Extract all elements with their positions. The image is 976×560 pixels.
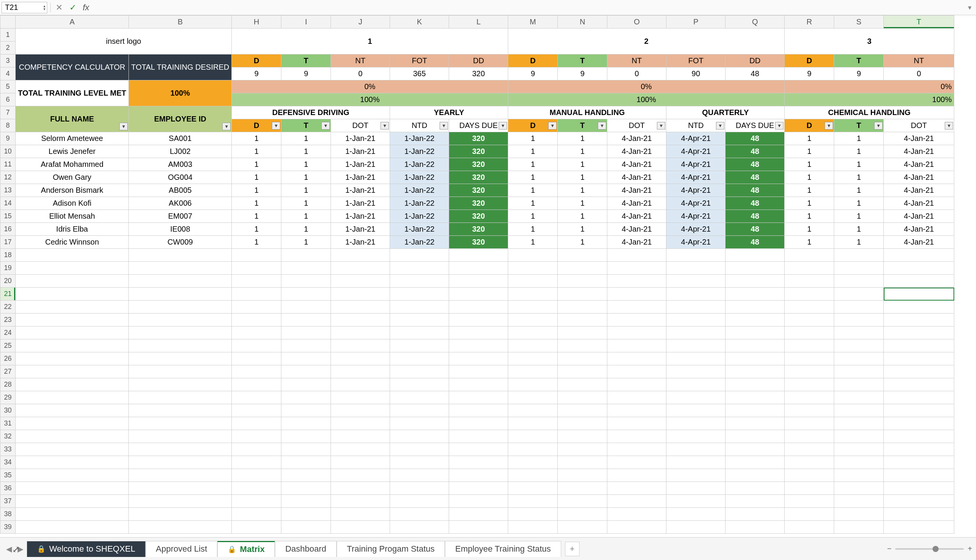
logo-cell: insert logo: [16, 28, 232, 55]
column-header[interactable]: M: [508, 16, 558, 28]
column-header[interactable]: J: [331, 16, 390, 28]
confirm-icon[interactable]: ✓: [67, 2, 78, 13]
column-header[interactable]: L: [449, 16, 508, 28]
filter-button[interactable]: ▼: [548, 122, 557, 130]
column-header[interactable]: H: [232, 16, 281, 28]
column-header[interactable]: O: [607, 16, 667, 28]
column-header[interactable]: I: [281, 16, 331, 28]
column-header[interactable]: P: [667, 16, 725, 28]
filter-button[interactable]: ▼: [119, 123, 128, 130]
sheet-tab-label: Employee Training Status: [455, 544, 551, 554]
filter-button[interactable]: ▼: [945, 122, 953, 130]
filter-button[interactable]: ▼: [775, 122, 784, 130]
filter-button[interactable]: ▼: [825, 122, 833, 130]
filter-button[interactable]: ▼: [874, 122, 882, 130]
filter-button[interactable]: ▼: [598, 122, 606, 130]
active-cell: [884, 288, 954, 300]
add-sheet-button[interactable]: +: [565, 542, 580, 556]
lock-icon: 🔒: [37, 545, 45, 553]
sheet-tab[interactable]: 🔒Matrix: [217, 541, 275, 557]
column-header[interactable]: R: [785, 16, 834, 28]
sheet-tab-label: Approved List: [156, 544, 207, 554]
column-header[interactable]: S: [834, 16, 884, 28]
column-header[interactable]: K: [390, 16, 449, 28]
filter-button[interactable]: ▼: [381, 122, 389, 130]
filter-button[interactable]: ▼: [222, 123, 231, 130]
column-header[interactable]: Q: [725, 16, 785, 28]
sheet-tab-label: Training Progam Status: [347, 544, 435, 554]
sheet-tab[interactable]: Approved List: [145, 541, 218, 557]
sheet-tab-label: Dashboard: [285, 544, 326, 554]
fx-label: fx: [83, 3, 89, 13]
name-box[interactable]: T21 ▴▾: [2, 2, 47, 13]
filter-button[interactable]: ▼: [716, 122, 724, 130]
sheet-tab[interactable]: Dashboard: [275, 541, 337, 557]
sheet-tab-label: Matrix: [240, 544, 264, 554]
cancel-icon[interactable]: ✕: [54, 2, 64, 13]
column-header[interactable]: N: [558, 16, 607, 28]
zoom-control[interactable]: − +: [887, 544, 972, 553]
column-header[interactable]: T: [884, 16, 954, 28]
filter-button[interactable]: ▼: [321, 122, 330, 130]
filter-button[interactable]: ▼: [657, 122, 665, 130]
column-header[interactable]: B: [129, 16, 232, 28]
page-layout-icon[interactable]: ⤢: [12, 544, 20, 555]
sheet-tab[interactable]: 🔒Welcome to SHEQXEL: [27, 541, 145, 557]
zoom-out-icon[interactable]: −: [887, 544, 892, 553]
spreadsheet-grid[interactable]: ABHIJKLMNOPQRST1insert logo12323COMPETEN…: [0, 15, 976, 537]
filter-button[interactable]: ▼: [499, 122, 507, 130]
sheet-tab[interactable]: Training Progam Status: [337, 541, 445, 557]
sheet-tab-bar: ◀ ▶ 🔒Welcome to SHEQXELApproved List🔒Mat…: [0, 537, 976, 560]
zoom-slider[interactable]: [895, 548, 964, 550]
lock-icon: 🔒: [227, 545, 236, 553]
formula-bar: T21 ▴▾ ✕ ✓ fx ▾: [0, 0, 976, 15]
sheet-tab-label: Welcome to SHEQXEL: [49, 544, 135, 554]
formula-bar-expand-icon[interactable]: ▾: [968, 3, 971, 12]
sheet-tab[interactable]: Employee Training Status: [445, 541, 561, 557]
filter-button[interactable]: ▼: [440, 122, 448, 130]
name-box-spinner[interactable]: ▴▾: [43, 5, 45, 11]
zoom-in-icon[interactable]: +: [968, 544, 972, 553]
column-header[interactable]: A: [16, 16, 129, 28]
formula-input[interactable]: [92, 2, 965, 13]
name-box-value: T21: [5, 3, 18, 12]
filter-button[interactable]: ▼: [272, 122, 280, 130]
